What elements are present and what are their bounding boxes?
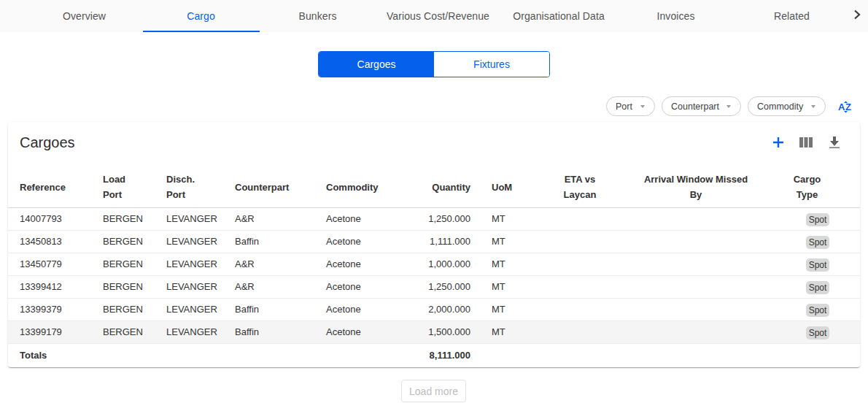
svg-text:Z: Z <box>845 101 851 112</box>
svg-text:A: A <box>838 101 845 112</box>
